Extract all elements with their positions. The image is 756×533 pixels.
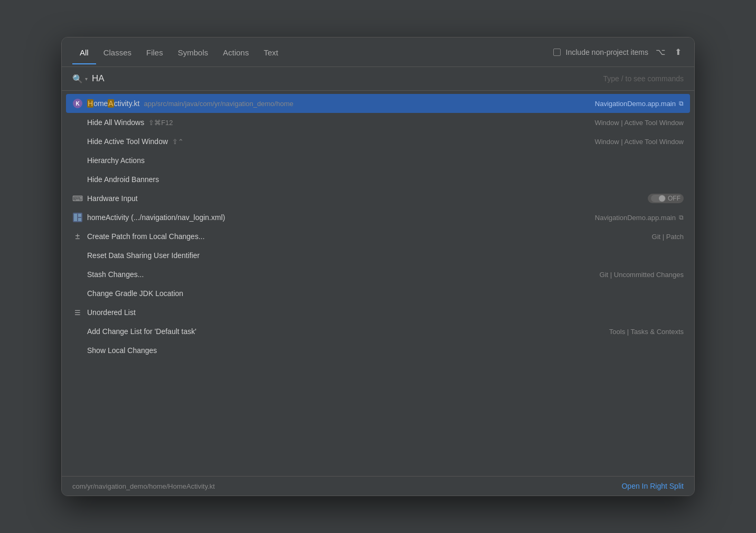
list-icon: ☰ — [72, 307, 83, 318]
result-right-toggle: OFF — [637, 194, 684, 203]
result-item-hide-android-banners[interactable]: Hide Android Banners — [62, 170, 694, 189]
result-item-reset-data-sharing[interactable]: Reset Data Sharing User Identifier — [62, 246, 694, 265]
include-non-project-checkbox[interactable] — [553, 49, 561, 56]
search-icon: 🔍 — [72, 74, 83, 84]
result-main: HomeActivity.kt app/src/main/java/com/yr… — [87, 99, 584, 108]
result-name: Reset Data Sharing User Identifier — [87, 251, 200, 260]
result-item-show-local-changes[interactable]: Show Local Changes — [62, 341, 694, 360]
result-item-hide-active-tool-window[interactable]: Hide Active Tool Window ⇧⌃ Window | Acti… — [62, 132, 694, 151]
svg-rect-3 — [74, 214, 77, 221]
result-right: Window | Active Tool Window — [584, 119, 684, 127]
tab-text[interactable]: Text — [256, 40, 286, 64]
toggle-off[interactable]: OFF — [648, 194, 684, 203]
no-icon — [72, 250, 83, 261]
kotlin-file-icon: K — [72, 98, 83, 109]
tabs-row: All Classes Files Symbols Actions Text I… — [62, 37, 694, 67]
result-right: Git | Patch — [641, 233, 684, 241]
search-icon-area: 🔍 ▾ — [72, 74, 88, 84]
toggle-thumb — [659, 195, 665, 202]
result-item-stash-changes[interactable]: Stash Changes... Git | Uncommitted Chang… — [62, 265, 694, 284]
result-name: Add Change List for 'Default task' — [87, 327, 196, 336]
result-main: Hide Android Banners — [87, 175, 673, 184]
keyboard-icon: ⌨ — [72, 193, 83, 204]
search-input[interactable]: HA — [92, 73, 603, 84]
result-name: homeActivity (.../navigation/nav_login.x… — [87, 213, 225, 222]
result-name: Unordered List — [87, 308, 136, 317]
no-icon — [72, 326, 83, 337]
search-row: 🔍 ▾ HA Type / to see commands — [62, 67, 694, 91]
no-icon — [72, 269, 83, 280]
result-main: Reset Data Sharing User Identifier — [87, 251, 673, 260]
result-path: app/src/main/java/com/yr/navigation_demo… — [144, 100, 293, 108]
shortcut: ⇧⌃ — [172, 138, 184, 146]
tab-all[interactable]: All — [72, 40, 96, 64]
search-dialog: All Classes Files Symbols Actions Text I… — [61, 37, 695, 496]
svg-rect-4 — [78, 214, 81, 217]
result-right: NavigationDemo.app.main ⧉ — [584, 214, 684, 222]
tab-symbols[interactable]: Symbols — [171, 40, 216, 64]
layout-icon — [72, 212, 83, 223]
result-item-unordered-list[interactable]: ☰ Unordered List — [62, 303, 694, 322]
tabs-right: Include non-project items ⌥ ⬆ — [553, 45, 684, 59]
result-item-home-activity-xml[interactable]: homeActivity (.../navigation/nav_login.x… — [62, 208, 694, 227]
result-main: Stash Changes... — [87, 270, 589, 279]
result-name: Show Local Changes — [87, 346, 157, 355]
footer: com/yr/navigation_demo/home/HomeActivity… — [62, 476, 694, 496]
result-main: Unordered List — [87, 308, 673, 317]
result-name: Stash Changes... — [87, 270, 144, 279]
result-main: Show Local Changes — [87, 346, 673, 355]
expand-icon[interactable]: ⬆ — [673, 45, 684, 59]
no-icon — [72, 155, 83, 166]
result-right: Tools | Tasks & Contexts — [599, 328, 684, 336]
copy-module-icon: ⧉ — [679, 100, 684, 107]
search-hint: Type / to see commands — [603, 74, 684, 83]
module-name: NavigationDemo.app.main — [595, 100, 676, 108]
result-item-home-activity[interactable]: K HomeActivity.kt app/src/main/java/com/… — [66, 94, 690, 113]
tab-actions[interactable]: Actions — [215, 40, 256, 64]
result-main: Add Change List for 'Default task' — [87, 327, 599, 336]
result-item-hardware-input[interactable]: ⌨ Hardware Input OFF — [62, 189, 694, 208]
svg-text:K: K — [75, 101, 80, 107]
toggle-label: OFF — [668, 195, 681, 202]
result-right: Window | Active Tool Window — [584, 138, 684, 146]
result-name: Create Patch from Local Changes... — [87, 232, 205, 241]
footer-path: com/yr/navigation_demo/home/HomeActivity… — [72, 482, 215, 490]
result-item-add-change-list[interactable]: Add Change List for 'Default task' Tools… — [62, 322, 694, 341]
result-main: Hierarchy Actions — [87, 156, 673, 165]
result-item-hierarchy-actions[interactable]: Hierarchy Actions — [62, 151, 694, 170]
result-main: Hide All Windows ⇧⌘F12 — [87, 118, 584, 127]
result-item-create-patch[interactable]: ± Create Patch from Local Changes... Git… — [62, 227, 694, 246]
no-icon — [72, 288, 83, 299]
result-main: Change Gradle JDK Location — [87, 289, 673, 298]
results-list: K HomeActivity.kt app/src/main/java/com/… — [62, 91, 694, 476]
tab-classes[interactable]: Classes — [96, 40, 139, 64]
filter-icon[interactable]: ⌥ — [654, 45, 667, 59]
result-main: Create Patch from Local Changes... — [87, 232, 641, 241]
no-icon — [72, 117, 83, 128]
result-name: Hide Active Tool Window — [87, 137, 168, 146]
result-right: NavigationDemo.app.main ⧉ — [584, 100, 684, 108]
no-icon — [72, 174, 83, 185]
result-main: Hide Active Tool Window ⇧⌃ — [87, 137, 584, 146]
result-main: homeActivity (.../navigation/nav_login.x… — [87, 213, 584, 222]
result-name: Hide All Windows — [87, 118, 144, 127]
result-name: Change Gradle JDK Location — [87, 289, 183, 298]
result-name-home-activity: HomeActivity.kt — [87, 99, 139, 108]
tab-files[interactable]: Files — [139, 40, 171, 64]
shortcut: ⇧⌘F12 — [148, 119, 173, 127]
no-icon — [72, 136, 83, 147]
toggle-track — [651, 195, 666, 202]
patch-icon: ± — [72, 231, 83, 242]
no-icon — [72, 345, 83, 356]
copy-icon: ⧉ — [679, 214, 684, 221]
search-dropdown-arrow[interactable]: ▾ — [85, 76, 88, 82]
open-in-right-split-button[interactable]: Open In Right Split — [621, 482, 684, 490]
svg-rect-5 — [78, 218, 81, 221]
result-name: Hardware Input — [87, 194, 138, 203]
result-name: Hide Android Banners — [87, 175, 159, 184]
module-name: NavigationDemo.app.main — [595, 214, 676, 222]
result-item-hide-all-windows[interactable]: Hide All Windows ⇧⌘F12 Window | Active T… — [62, 113, 694, 132]
result-right: Git | Uncommitted Changes — [589, 271, 684, 279]
result-name: Hierarchy Actions — [87, 156, 145, 165]
result-item-change-gradle[interactable]: Change Gradle JDK Location — [62, 284, 694, 303]
